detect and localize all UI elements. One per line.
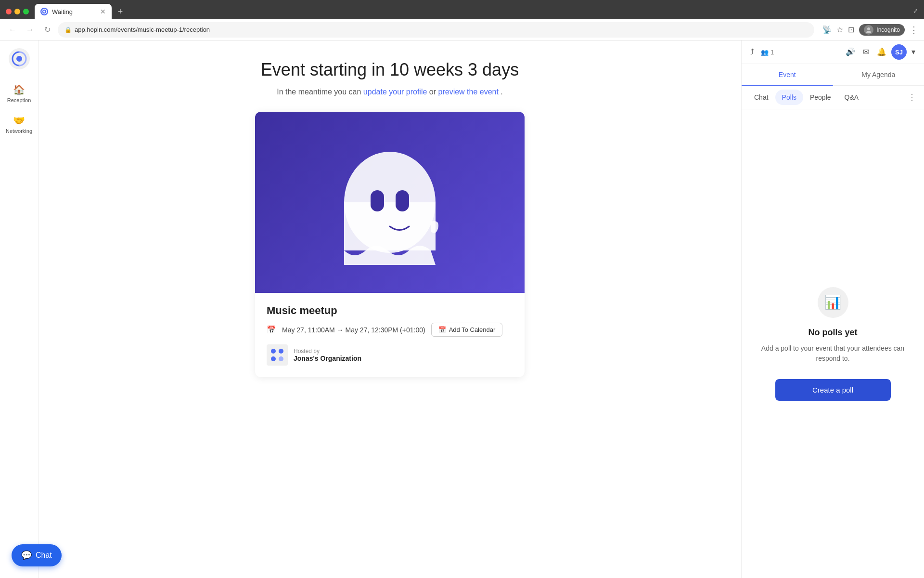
attendee-count: 👥 1 bbox=[761, 49, 774, 56]
sub-tab-qa[interactable]: Q&A bbox=[838, 90, 866, 105]
svg-rect-9 bbox=[396, 190, 409, 211]
app-layout: 🏠 Reception 🤝 Networking Event starting … bbox=[0, 40, 924, 578]
svg-point-3 bbox=[866, 31, 871, 33]
event-info: Music meetup 📅 May 27, 11:00AM → May 27,… bbox=[255, 293, 525, 377]
browser-chrome: Waiting ✕ + ⤢ ← → ↻ 🔒 app.hopin.com/even… bbox=[0, 0, 924, 40]
sidebar-item-reception[interactable]: 🏠 Reception bbox=[2, 79, 37, 108]
calendar-icon: 📅 bbox=[267, 325, 276, 334]
main-content: Event starting in 10 weeks 3 days In the… bbox=[38, 40, 741, 578]
lock-icon: 🔒 bbox=[64, 26, 72, 33]
share-icon[interactable]: ⤴ bbox=[747, 45, 757, 59]
event-image bbox=[255, 112, 525, 293]
sub-tab-more-button[interactable]: ⋮ bbox=[906, 90, 918, 105]
tab-title: Waiting bbox=[52, 8, 96, 15]
chat-bubble[interactable]: 💬 Chat bbox=[12, 544, 62, 566]
profile-icon[interactable]: ⊡ bbox=[848, 25, 854, 34]
minimize-window-button[interactable] bbox=[14, 9, 20, 14]
sidebar-networking-label: Networking bbox=[6, 128, 32, 134]
panel-actions: 🔊 ✉ 🔔 SJ ▾ bbox=[843, 44, 918, 60]
sidebar-item-networking[interactable]: 🤝 Networking bbox=[2, 110, 37, 139]
bar-chart-icon: 📊 bbox=[824, 294, 841, 310]
address-bar: ← → ↻ 🔒 app.hopin.com/events/music-meetu… bbox=[0, 19, 924, 40]
people-icon: 👥 bbox=[761, 49, 769, 56]
host-info: Hosted by Jonas's Organization bbox=[294, 348, 361, 362]
event-subtitle: In the meantime you can update your prof… bbox=[277, 88, 503, 96]
sidebar-reception-label: Reception bbox=[7, 97, 31, 103]
no-polls-description: Add a poll to your event that your atten… bbox=[753, 343, 912, 364]
polls-icon: 📊 bbox=[818, 287, 848, 318]
chevron-down-icon[interactable]: ▾ bbox=[909, 44, 918, 60]
browser-more-button[interactable]: ⋮ bbox=[910, 25, 918, 35]
tab-favicon bbox=[40, 8, 48, 15]
svg-point-1 bbox=[43, 11, 45, 13]
bell-icon[interactable]: 🔔 bbox=[874, 44, 889, 60]
svg-point-11 bbox=[271, 349, 276, 354]
forward-button[interactable]: → bbox=[23, 23, 37, 37]
user-avatar[interactable]: SJ bbox=[891, 44, 907, 60]
maximize-window-button[interactable] bbox=[23, 9, 29, 14]
event-date-row: 📅 May 27, 11:00AM → May 27, 12:30PM (+01… bbox=[267, 323, 513, 337]
polls-empty-state: 📊 No polls yet Add a poll to your event … bbox=[742, 109, 924, 578]
no-polls-title: No polls yet bbox=[808, 328, 857, 338]
event-date-text: May 27, 11:00AM → May 27, 12:30PM (+01:0… bbox=[282, 326, 425, 334]
tab-resize-icon[interactable]: ⤢ bbox=[913, 7, 918, 14]
networking-icon: 🤝 bbox=[13, 115, 25, 126]
hosted-by-label: Hosted by bbox=[294, 348, 361, 355]
panel-tabs: Event My Agenda bbox=[742, 64, 924, 86]
new-tab-button[interactable]: + bbox=[115, 6, 126, 17]
host-name: Jonas's Organization bbox=[294, 355, 361, 362]
svg-point-2 bbox=[867, 27, 870, 30]
sub-tab-polls[interactable]: Polls bbox=[775, 90, 803, 105]
close-window-button[interactable] bbox=[6, 9, 12, 14]
bookmark-icon[interactable]: ☆ bbox=[836, 25, 843, 34]
event-card: Music meetup 📅 May 27, 11:00AM → May 27,… bbox=[255, 112, 525, 377]
reload-button[interactable]: ↻ bbox=[40, 23, 54, 37]
calendar-add-icon: 📅 bbox=[438, 326, 446, 333]
update-profile-link[interactable]: update your profile bbox=[363, 88, 427, 96]
incognito-avatar bbox=[864, 25, 873, 35]
svg-point-5 bbox=[16, 56, 22, 62]
svg-point-14 bbox=[279, 356, 283, 361]
browser-toolbar: 📡 ☆ ⊡ Incognito ⋮ bbox=[822, 24, 918, 36]
sub-tabs: Chat Polls People Q&A ⋮ bbox=[742, 86, 924, 109]
tab-my-agenda[interactable]: My Agenda bbox=[833, 64, 924, 85]
left-sidebar: 🏠 Reception 🤝 Networking bbox=[0, 40, 38, 578]
volume-icon[interactable]: 🔊 bbox=[843, 44, 858, 60]
chat-bubble-label: Chat bbox=[36, 551, 52, 560]
svg-point-12 bbox=[279, 349, 283, 354]
preview-event-link[interactable]: preview the event bbox=[438, 88, 499, 96]
right-panel-header: ⤴ 👥 1 🔊 ✉ 🔔 SJ ▾ bbox=[742, 40, 924, 64]
host-logo bbox=[267, 344, 288, 366]
sub-tab-chat[interactable]: Chat bbox=[747, 90, 775, 105]
add-to-calendar-button[interactable]: 📅 Add To Calendar bbox=[431, 323, 503, 337]
tab-close-button[interactable]: ✕ bbox=[100, 8, 106, 15]
event-countdown: Event starting in 10 weeks 3 days bbox=[261, 60, 519, 80]
event-title: Music meetup bbox=[267, 304, 513, 317]
home-icon: 🏠 bbox=[13, 84, 25, 95]
back-button[interactable]: ← bbox=[6, 23, 19, 37]
address-field[interactable]: 🔒 app.hopin.com/events/music-meetup-1/re… bbox=[58, 22, 814, 38]
incognito-badge: Incognito bbox=[859, 24, 905, 36]
hopin-logo bbox=[9, 48, 30, 69]
event-host-row: Hosted by Jonas's Organization bbox=[267, 344, 513, 366]
incognito-label: Incognito bbox=[876, 26, 900, 33]
ghost-mascot bbox=[337, 140, 443, 265]
chat-bubble-icon: 💬 bbox=[21, 550, 32, 561]
traffic-lights bbox=[6, 9, 29, 14]
tab-bar: Waiting ✕ + ⤢ bbox=[0, 0, 924, 19]
sub-tab-people[interactable]: People bbox=[803, 90, 838, 105]
svg-point-13 bbox=[271, 356, 276, 361]
browser-tab[interactable]: Waiting ✕ bbox=[35, 4, 112, 19]
url-text: app.hopin.com/events/music-meetup-1/rece… bbox=[75, 26, 210, 33]
mail-icon[interactable]: ✉ bbox=[860, 44, 872, 60]
create-poll-button[interactable]: Create a poll bbox=[775, 379, 891, 401]
svg-rect-10 bbox=[267, 344, 288, 366]
svg-rect-8 bbox=[371, 190, 384, 211]
right-panel: ⤴ 👥 1 🔊 ✉ 🔔 SJ ▾ Event My Agenda bbox=[741, 40, 924, 578]
cast-icon[interactable]: 📡 bbox=[822, 25, 832, 34]
tab-event[interactable]: Event bbox=[742, 64, 833, 85]
tab-right-controls: ⤢ bbox=[913, 7, 918, 16]
